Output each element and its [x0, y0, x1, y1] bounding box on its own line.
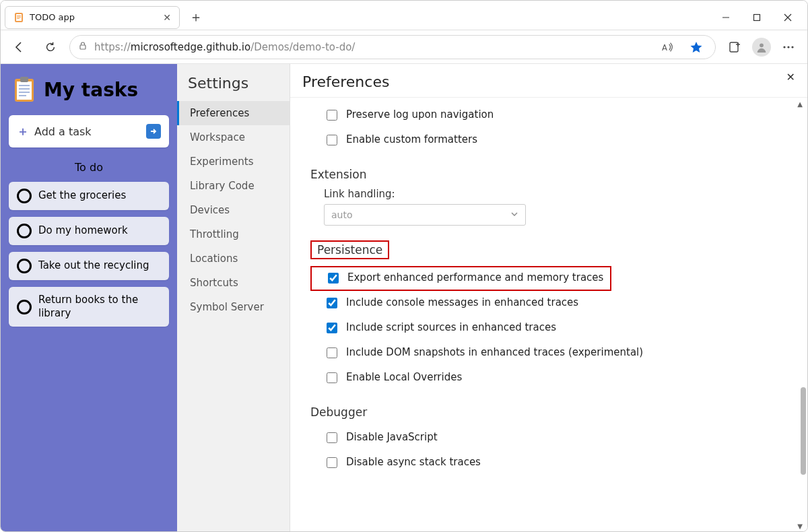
svg-rect-19: [17, 81, 32, 100]
svg-rect-4: [17, 18, 20, 19]
persistence-checkbox-4[interactable]: [327, 372, 337, 383]
submit-arrow-icon[interactable]: [146, 124, 161, 139]
minimize-button[interactable]: [710, 7, 741, 28]
settings-item-shortcuts[interactable]: Shortcuts: [177, 271, 290, 295]
scroll-up-icon[interactable]: ▲: [795, 99, 805, 108]
settings-item-throttling[interactable]: Throttling: [177, 222, 290, 246]
svg-rect-2: [17, 15, 21, 16]
close-button[interactable]: [772, 7, 803, 28]
window-controls: [710, 7, 803, 28]
persistence-label-3: Include DOM snapshots in enhanced traces…: [346, 346, 643, 358]
settings-item-symbol-server[interactable]: Symbol Server: [177, 295, 290, 319]
persistence-label-1: Include console messages in enhanced tra…: [346, 296, 578, 308]
url-proto: https://: [94, 41, 131, 53]
task-card[interactable]: Return books to the library: [9, 287, 169, 327]
task-text: Do my homework: [38, 224, 128, 238]
debugger-label-1: Disable async stack traces: [346, 456, 481, 468]
app-sidebar: My tasks ＋ Add a task To do Get the groc…: [1, 64, 177, 531]
top-label-0: Preserve log upon navigation: [346, 108, 494, 121]
lock-icon: [78, 41, 88, 53]
task-checkbox-icon[interactable]: [17, 189, 32, 203]
task-text: Take out the recycling: [38, 259, 149, 273]
svg-rect-6: [754, 14, 760, 20]
scrollbar-thumb[interactable]: [801, 387, 806, 475]
persistence-checkbox-2[interactable]: [327, 323, 337, 333]
persistence-label-0: Export enhanced performance and memory t…: [347, 271, 603, 284]
profile-avatar[interactable]: [752, 38, 771, 57]
settings-item-workspace[interactable]: Workspace: [177, 125, 290, 149]
debugger-checkbox-0[interactable]: [327, 432, 337, 443]
persistence-label-2: Include script sources in enhanced trace…: [346, 321, 556, 333]
plus-icon: ＋: [17, 123, 29, 139]
task-checkbox-icon[interactable]: [17, 259, 32, 273]
top-checkbox-1[interactable]: [327, 135, 337, 145]
back-button[interactable]: [7, 35, 32, 59]
content-area: My tasks ＋ Add a task To do Get the groc…: [1, 64, 807, 531]
task-checkbox-icon[interactable]: [17, 300, 32, 314]
section-debugger: Debugger: [310, 405, 787, 419]
browser-toolbar: https://microsoftedge.github.io/Demos/de…: [1, 30, 807, 64]
svg-point-15: [783, 46, 785, 48]
svg-rect-3: [17, 17, 21, 18]
settings-item-devices[interactable]: Devices: [177, 198, 290, 222]
reload-button[interactable]: [38, 35, 63, 59]
favorite-icon[interactable]: [685, 36, 707, 58]
link-handling-value: auto: [331, 209, 353, 220]
add-task-label: Add a task: [34, 125, 92, 138]
favicon-icon: [13, 12, 24, 23]
settings-title: Settings: [188, 75, 290, 92]
task-text: Get the groceries: [38, 189, 126, 203]
clipboard-icon: [13, 76, 36, 103]
section-extension: Extension: [310, 168, 787, 181]
panel-close-icon[interactable]: ✕: [786, 71, 795, 84]
top-check-0[interactable]: Preserve log upon navigation: [310, 103, 787, 128]
persistence-check-0[interactable]: Export enhanced performance and memory t…: [310, 266, 611, 291]
debugger-check-0[interactable]: Disable JavaScript: [310, 426, 787, 451]
app-title-row: My tasks: [9, 76, 169, 103]
top-checkbox-0[interactable]: [327, 110, 337, 121]
settings-item-preferences[interactable]: Preferences: [177, 101, 290, 125]
read-aloud-icon[interactable]: A: [657, 36, 679, 58]
link-handling-select[interactable]: auto: [324, 204, 526, 226]
link-handling-label: Link handling:: [324, 188, 787, 200]
task-checkbox-icon[interactable]: [17, 224, 32, 238]
new-tab-button[interactable]: ＋: [185, 7, 207, 28]
browser-tab[interactable]: TODO app ✕: [5, 6, 180, 29]
debugger-label-0: Disable JavaScript: [346, 431, 438, 443]
persistence-checkbox-0[interactable]: [328, 273, 339, 284]
more-menu-icon[interactable]: [776, 35, 801, 59]
svg-point-17: [791, 46, 793, 48]
tab-strip: TODO app ✕ ＋: [1, 1, 807, 30]
svg-rect-9: [80, 45, 86, 49]
url-text: https://microsoftedge.github.io/Demos/de…: [94, 41, 650, 53]
persistence-check-3[interactable]: Include DOM snapshots in enhanced traces…: [310, 341, 787, 366]
settings-item-locations[interactable]: Locations: [177, 246, 290, 271]
persistence-check-2[interactable]: Include script sources in enhanced trace…: [310, 316, 787, 341]
top-label-1: Enable custom formatters: [346, 133, 477, 145]
top-check-1[interactable]: Enable custom formatters: [310, 128, 787, 153]
debugger-check-1[interactable]: Disable async stack traces: [310, 451, 787, 475]
persistence-checkbox-1[interactable]: [327, 298, 337, 308]
url-path: /Demos/demo-to-do/: [250, 41, 355, 53]
address-bar[interactable]: https://microsoftedge.github.io/Demos/de…: [69, 35, 716, 59]
maximize-button[interactable]: [741, 7, 772, 28]
persistence-checkbox-3[interactable]: [327, 347, 337, 358]
debugger-checkbox-1[interactable]: [327, 457, 337, 468]
add-task-input[interactable]: ＋ Add a task: [9, 115, 169, 147]
svg-point-14: [760, 43, 764, 47]
tab-close-icon[interactable]: ✕: [163, 12, 171, 23]
chevron-down-icon: [510, 209, 518, 220]
preferences-panel: ✕ Preferences ▲ Preserve log upon naviga…: [290, 64, 807, 531]
persistence-label-4: Enable Local Overrides: [346, 371, 462, 383]
settings-item-library-code[interactable]: Library Code: [177, 174, 290, 198]
collections-icon[interactable]: [722, 35, 747, 59]
task-card[interactable]: Get the groceries: [9, 182, 169, 210]
preferences-scroll[interactable]: ▲ Preserve log upon navigationEnable cus…: [290, 97, 807, 531]
task-card[interactable]: Do my homework: [9, 217, 169, 245]
settings-item-experiments[interactable]: Experiments: [177, 149, 290, 174]
scroll-down-icon[interactable]: ▼: [795, 521, 805, 531]
persistence-check-4[interactable]: Enable Local Overrides: [310, 366, 787, 391]
task-list: Get the groceriesDo my homeworkTake out …: [9, 182, 169, 327]
persistence-check-1[interactable]: Include console messages in enhanced tra…: [310, 291, 787, 316]
task-card[interactable]: Take out the recycling: [9, 252, 169, 280]
